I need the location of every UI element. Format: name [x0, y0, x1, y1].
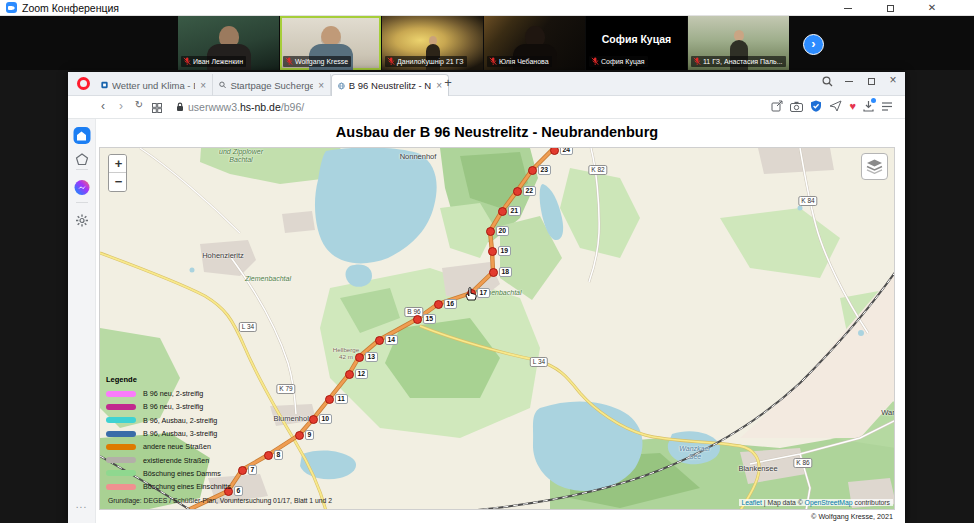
browser-tab[interactable]: Wetter und Klima - Deutsc...× [95, 74, 213, 96]
tab-close-icon[interactable]: × [200, 80, 206, 91]
reload-icon[interactable]: ↻ [131, 99, 147, 110]
speed-dial-home-icon[interactable] [73, 127, 90, 144]
opera-logo-icon[interactable] [77, 77, 90, 90]
route-marker[interactable]: 11 [325, 395, 334, 404]
browser-close-button[interactable]: × [885, 73, 901, 87]
zoom-minimize-button[interactable] [833, 0, 863, 16]
bookmarks-icon[interactable] [75, 152, 88, 170]
legend-items: B 96 neu, 2-streifigB 96 neu, 3-streifig… [106, 387, 231, 493]
legend-label: andere neue Straßen [143, 442, 211, 451]
browser-tab[interactable]: B 96 Neustrelitz - Neubran...× [331, 74, 449, 96]
lock-icon [176, 102, 184, 112]
route-marker[interactable]: 21 [498, 207, 507, 216]
map-container[interactable]: + − Legende B 96 neu, 2-streifigB 96 neu… [99, 147, 895, 510]
legend-label: B 96 neu, 2-streifig [143, 389, 203, 398]
forward-icon[interactable]: › [113, 99, 129, 113]
route-marker[interactable]: 15 [413, 315, 422, 324]
legend-row: B 96, Ausbau, 2-streifig [106, 414, 231, 427]
participant-tile[interactable]: 11 ГЗ, Анастасия Паль... [688, 16, 789, 70]
tab-title: Startpage Suchergebnisse [230, 80, 313, 91]
settings-gear-icon[interactable] [75, 213, 88, 231]
zoom-out-button[interactable]: − [109, 173, 127, 191]
route-marker[interactable]: 22 [513, 187, 522, 196]
dwd-favicon [101, 80, 108, 90]
zoom-maximize-button[interactable] [875, 0, 905, 16]
download-badge [871, 98, 876, 103]
zoom-close-button[interactable]: ✕ [917, 0, 947, 16]
tab-close-icon[interactable]: × [318, 80, 324, 91]
route-marker-number: 12 [355, 369, 369, 379]
route-marker[interactable]: 19 [488, 247, 497, 256]
browser-window: Wetter und Klima - Deutsc...×Startpage S… [68, 72, 905, 523]
route-marker[interactable]: 16 [434, 300, 443, 309]
route-marker-number: 22 [523, 186, 537, 196]
zoom-titlebar: Zoom Конференция ✕ [0, 0, 974, 16]
legend-color-bar [106, 404, 136, 410]
route-marker[interactable]: 13 [355, 353, 364, 362]
new-tab-button[interactable]: + [440, 75, 456, 90]
heart-icon[interactable]: ♥ [849, 100, 856, 112]
zoom-window-title: Zoom Конференция [22, 2, 119, 14]
sidebar-overflow-icon[interactable]: ... [76, 499, 87, 510]
speed-dial-grid-icon[interactable] [149, 102, 165, 116]
mic-muted-icon [387, 57, 395, 66]
browser-minimize-button[interactable] [841, 74, 857, 86]
road-shield-label: K 79 [276, 384, 295, 394]
route-marker[interactable]: 7 [238, 466, 247, 475]
back-icon[interactable]: ‹ [95, 99, 111, 113]
place-label: 42 m [339, 353, 353, 360]
download-icon[interactable] [863, 100, 874, 112]
zoom-app-icon [6, 2, 17, 13]
mic-muted-icon [591, 57, 599, 66]
browser-restore-button[interactable] [863, 74, 879, 86]
legend-row: andere neue Straßen [106, 440, 231, 453]
shield-check-icon[interactable] [810, 100, 822, 112]
place-label: Wanzkaer [679, 445, 710, 452]
route-marker-number: 14 [385, 335, 399, 345]
route-marker-number: 24 [560, 147, 574, 155]
tab-title: Wetter und Klima - Deutsc... [112, 80, 195, 91]
leaflet-link[interactable]: Leaflet [742, 499, 762, 506]
route-marker-number: 8 [274, 450, 284, 460]
participant-tile[interactable]: ДанилоКушнір 21 ГЗ [382, 16, 483, 70]
participant-name: Иван Леженкин [193, 57, 243, 66]
legend-color-bar [106, 431, 136, 437]
messenger-icon[interactable] [74, 180, 89, 195]
route-marker[interactable]: 10 [309, 415, 318, 424]
browser-tab-strip: Wetter und Klima - Deutsc...×Startpage S… [68, 72, 905, 96]
place-label: Nonnenhof [400, 152, 437, 161]
zoom-in-button[interactable]: + [109, 155, 127, 173]
route-marker-number: 11 [335, 394, 348, 404]
route-marker[interactable]: 23 [528, 166, 537, 175]
send-icon[interactable] [829, 100, 842, 112]
page-title: Ausbau der B 96 Neustrelitz - Neubranden… [99, 124, 895, 140]
map-zoom-control: + − [108, 154, 127, 192]
participant-tile[interactable]: Иван Леженкин [178, 16, 279, 70]
legend-label: Böschung eines Einschnitts [143, 482, 231, 491]
layers-control[interactable] [861, 153, 888, 180]
route-marker[interactable]: 14 [375, 336, 384, 345]
route-marker[interactable]: 18 [489, 268, 498, 277]
route-marker-number: 9 [305, 430, 315, 440]
panels-icon[interactable] [881, 101, 893, 112]
browser-search-icon[interactable] [819, 76, 835, 89]
url-field[interactable]: userwww3.hs-nb.de/b96/ [176, 101, 304, 113]
route-marker-number: 21 [508, 206, 522, 216]
participant-name: ДанилоКушнір 21 ГЗ [397, 57, 464, 66]
route-marker[interactable]: 24 [550, 147, 559, 155]
tab-title: B 96 Neustrelitz - Neubran... [349, 80, 431, 91]
route-marker[interactable]: 12 [345, 370, 354, 379]
road-shield-label: K 84 [798, 196, 817, 206]
participant-tile[interactable]: Юлія Чебанова [484, 16, 585, 70]
route-marker[interactable]: 20 [486, 227, 495, 236]
participant-tile[interactable]: Wolfgang Kresse [280, 16, 381, 70]
browser-tab[interactable]: Startpage Suchergebnisse× [213, 74, 331, 96]
participant-tile[interactable]: София КуцаяСофия Куцая [586, 16, 687, 70]
share-icon[interactable] [771, 100, 783, 112]
osm-link[interactable]: OpenStreetMap [805, 499, 853, 506]
snapshot-camera-icon[interactable] [790, 101, 803, 112]
route-marker-number: 17 [477, 288, 491, 298]
participants-next-button[interactable]: › [803, 34, 824, 55]
route-marker[interactable]: 8 [264, 451, 273, 460]
route-marker[interactable]: 9 [295, 431, 304, 440]
